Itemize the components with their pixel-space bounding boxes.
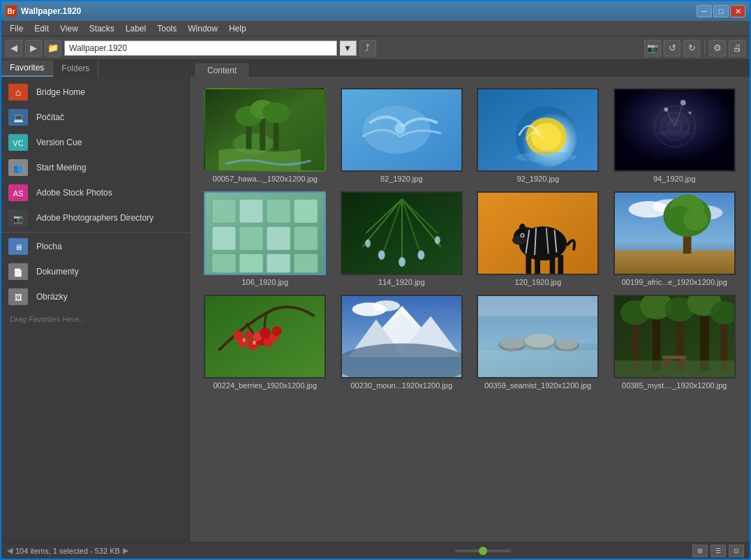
next-arrow[interactable]: ▶ xyxy=(123,546,128,555)
thumb-label-img2: 82_1920.jpg xyxy=(380,175,423,183)
sidebar-item-dokumenty[interactable]: 📄 Dokumenty xyxy=(1,259,189,284)
svg-point-105 xyxy=(243,338,246,342)
prev-arrow[interactable]: ◀ xyxy=(7,546,13,555)
sidebar-item-bridge-home[interactable]: ⌂ Bridge Home xyxy=(1,80,189,105)
svg-rect-54 xyxy=(294,253,318,272)
svg-point-63 xyxy=(378,250,385,260)
list-item[interactable]: 00359_seamist_1920x1200.jpg xyxy=(474,295,602,390)
forward-button[interactable]: ▶ xyxy=(25,40,42,57)
zoom-slider-track xyxy=(455,550,511,552)
thumbnail-img2[interactable] xyxy=(341,88,463,172)
sidebar-label-plocha: Plocha xyxy=(36,242,62,251)
sidebar-item-pocitac[interactable]: 💻 Počítač xyxy=(1,105,189,130)
browse-button[interactable]: ⤴ xyxy=(359,40,376,57)
menu-window[interactable]: Window xyxy=(182,22,223,35)
title-bar: Br Wallpaper.1920 ─ □ ✕ xyxy=(1,1,750,21)
status-right: ⊞ ☰ ⊡ xyxy=(692,545,744,557)
svg-point-99 xyxy=(245,331,253,339)
list-item[interactable]: 94_1920.jpg xyxy=(611,88,739,183)
list-item[interactable]: 92_1920.jpg xyxy=(474,88,602,183)
sidebar-item-version-cue[interactable]: VC Version Cue xyxy=(1,130,189,155)
menu-label[interactable]: Label xyxy=(120,22,151,35)
close-button[interactable]: ✕ xyxy=(730,5,745,17)
print-icon[interactable]: 🖨 xyxy=(729,40,745,57)
svg-rect-122 xyxy=(478,351,597,378)
path-dropdown[interactable]: ▼ xyxy=(340,40,357,56)
svg-point-100 xyxy=(260,327,271,339)
sidebar-item-adobe-directory[interactable]: 📷 Adobe Photographers Directory xyxy=(1,205,189,230)
computer-icon: 💻 xyxy=(7,108,29,127)
svg-rect-50 xyxy=(294,226,318,250)
maximize-button[interactable]: □ xyxy=(713,5,729,17)
svg-point-38 xyxy=(657,130,692,137)
svg-point-121 xyxy=(556,339,578,350)
svg-rect-45 xyxy=(267,199,290,223)
svg-text:💻: 💻 xyxy=(13,112,24,123)
camera-icon[interactable]: 📷 xyxy=(644,40,661,57)
list-item[interactable]: 106_1920.jpg xyxy=(201,191,329,286)
thumbnail-img7[interactable] xyxy=(477,191,599,275)
list-item[interactable]: 00230_moun...1920x1200.jpg xyxy=(338,295,466,390)
thumbnail-img8[interactable] xyxy=(614,191,736,275)
minimize-button[interactable]: ─ xyxy=(697,5,712,17)
svg-point-64 xyxy=(399,257,406,267)
thumbnail-img5[interactable] xyxy=(204,191,326,275)
view-mode-3-button[interactable]: ⊡ xyxy=(729,545,744,557)
sidebar-item-start-meeting[interactable]: 👥 Start Meeting xyxy=(1,155,189,180)
list-item[interactable]: 120_1920.jpg xyxy=(474,191,602,286)
thumb-label-img12: 00385_myst...._1920x1200.jpg xyxy=(622,381,727,390)
svg-point-113 xyxy=(342,344,461,378)
sidebar-item-obrazky[interactable]: 🖼 Obrázky xyxy=(1,284,189,309)
meeting-icon: 👥 xyxy=(7,158,29,177)
thumbnail-img10[interactable] xyxy=(341,295,463,378)
list-item[interactable]: 00385_myst...._1920x1200.jpg xyxy=(611,295,739,390)
svg-point-92 xyxy=(683,209,707,230)
home-icon: ⌂ xyxy=(7,82,29,102)
menu-help[interactable]: Help xyxy=(223,22,252,35)
view-mode-1-button[interactable]: ⊞ xyxy=(692,545,708,557)
menu-edit[interactable]: Edit xyxy=(29,22,54,35)
svg-text:🖼: 🖼 xyxy=(15,293,22,302)
status-bar: ◀ 104 items, 1 selected - 532 KB ▶ ⊞ ☰ ⊡ xyxy=(1,542,750,559)
svg-rect-123 xyxy=(478,295,597,316)
rotate-left-icon[interactable]: ↺ xyxy=(664,40,681,57)
toolbar: ◀ ▶ 📁 Wallpaper.1920 ▼ ⤴ 📷 ↺ ↻ ⚙ 🖨 xyxy=(1,36,750,60)
thumb-label-img7: 120_1920.jpg xyxy=(514,278,561,286)
svg-text:⌂: ⌂ xyxy=(15,87,21,98)
list-item[interactable]: 82_1920.jpg xyxy=(338,88,466,183)
zoom-slider-thumb[interactable] xyxy=(479,547,487,555)
tab-folders[interactable]: Folders xyxy=(53,60,98,77)
back-button[interactable]: ◀ xyxy=(6,40,22,57)
status-left: ◀ 104 items, 1 selected - 532 KB ▶ xyxy=(7,546,128,555)
list-item[interactable]: 00224_berries_1920x1200.jpg xyxy=(201,295,329,390)
thumbnail-img12[interactable] xyxy=(614,295,736,378)
app-icon: Br xyxy=(6,6,17,17)
menu-tools[interactable]: Tools xyxy=(151,22,182,35)
menu-view[interactable]: View xyxy=(54,22,84,35)
thumbnail-img9[interactable] xyxy=(204,295,326,378)
svg-point-67 xyxy=(435,236,440,244)
settings-icon[interactable]: ⚙ xyxy=(709,40,726,57)
status-center xyxy=(134,550,687,552)
thumbnail-img4[interactable] xyxy=(614,88,736,172)
svg-rect-75 xyxy=(558,255,564,274)
list-item[interactable]: 00199_afric...e_1920x1200.jpg xyxy=(611,191,739,286)
path-bar[interactable]: Wallpaper.1920 xyxy=(64,40,337,56)
rotate-right-icon[interactable]: ↻ xyxy=(683,40,700,57)
sidebar-item-adobe-stock[interactable]: AS Adobe Stock Photos xyxy=(1,180,189,205)
view-mode-2-button[interactable]: ☰ xyxy=(711,545,726,557)
thumbnail-img11[interactable] xyxy=(477,295,599,378)
thumbnail-img3[interactable] xyxy=(477,88,599,172)
tab-favorites[interactable]: Favorites xyxy=(1,60,53,77)
sidebar-item-plocha[interactable]: 🖥 Plocha xyxy=(1,234,189,259)
thumbnail-img6[interactable] xyxy=(341,191,463,275)
list-item[interactable]: 114_1920.jpg xyxy=(338,191,466,286)
menu-file[interactable]: File xyxy=(4,22,29,35)
thumb-label-img4: 94_1920.jpg xyxy=(653,175,696,183)
menu-stacks[interactable]: Stacks xyxy=(84,22,120,35)
toolbar-separator xyxy=(704,40,705,54)
list-item[interactable]: 00057_hawa..._1920x1200.jpg xyxy=(201,88,329,183)
thumb-label-img5: 106_1920.jpg xyxy=(241,278,288,286)
content-tab[interactable]: Content xyxy=(195,64,248,77)
thumbnail-img1[interactable] xyxy=(204,88,326,172)
